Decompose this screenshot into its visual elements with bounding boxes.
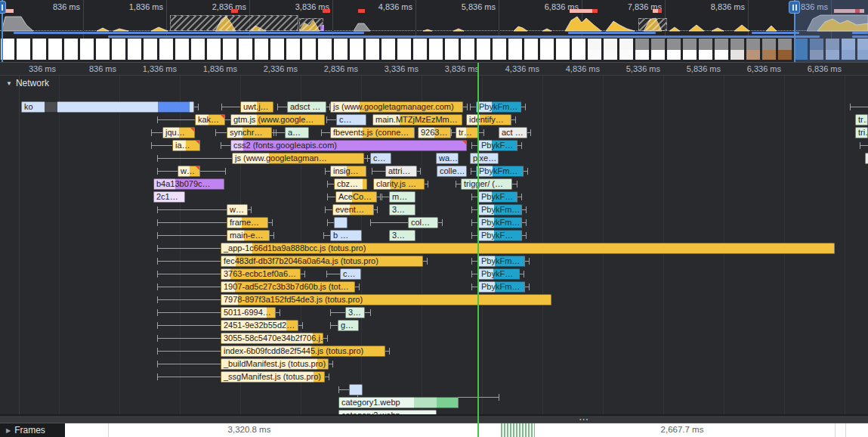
network-request-bar[interactable]: main.MTZjMzEzMm… xyxy=(372,114,462,126)
filmstrip-frame[interactable] xyxy=(477,39,490,60)
filmstrip-frame[interactable] xyxy=(461,39,474,60)
filmstrip-frame[interactable] xyxy=(699,39,712,60)
network-request-bar[interactable]: m… xyxy=(389,191,415,203)
filmstrip-frame[interactable] xyxy=(366,39,379,60)
network-request-bar[interactable]: 3… xyxy=(345,307,365,318)
frames-strip[interactable] xyxy=(65,423,868,437)
filmstrip-frame[interactable] xyxy=(508,39,522,60)
network-request-bar[interactable]: fec483df-db3f7b2046a0a64a.js (totus.pro) xyxy=(221,256,423,267)
network-request-bar[interactable]: 5011-6994… xyxy=(221,307,276,318)
filmstrip-frame[interactable] xyxy=(731,39,744,60)
network-request-bar[interactable]: PbykF… xyxy=(478,140,517,151)
filmstrip-frame[interactable] xyxy=(635,39,649,60)
network-request-bar[interactable]: category1.webp xyxy=(338,397,459,408)
network-request-bar[interactable]: act … xyxy=(499,127,527,138)
filmstrip-frame[interactable] xyxy=(175,39,189,60)
network-section-header[interactable]: ▼Network xyxy=(6,78,49,88)
network-request-bar[interactable]: tr… xyxy=(855,114,868,126)
network-request-bar[interactable]: index-6b09fcdd8e2f5445.js (totus.pro) xyxy=(221,346,385,357)
filmstrip-frame[interactable] xyxy=(381,39,395,60)
filmstrip-frame[interactable] xyxy=(32,39,46,60)
filmstrip-frame[interactable] xyxy=(191,39,205,60)
overview-selection-grip-right[interactable] xyxy=(789,1,800,14)
network-request-bar[interactable]: colle… xyxy=(437,166,467,177)
network-request-bar[interactable]: ia… xyxy=(172,140,200,151)
filmstrip-frame[interactable] xyxy=(159,39,173,60)
frames-section-header[interactable]: ▶Frames xyxy=(6,425,45,435)
filmstrip-frame[interactable] xyxy=(96,39,110,60)
network-request-bar[interactable] xyxy=(349,384,363,395)
network-request-bar[interactable]: trigger/ (… xyxy=(461,178,512,190)
network-request-bar[interactable]: c… xyxy=(336,114,366,126)
filmstrip-frame[interactable] xyxy=(651,39,665,60)
network-request-bar[interactable]: col… xyxy=(408,217,438,228)
network-request-bar[interactable]: PbykFm… xyxy=(476,166,524,177)
network-request-bar[interactable]: js (www.googletagman… xyxy=(232,153,364,164)
network-request-bar[interactable]: PbykFm… xyxy=(478,281,525,293)
filmstrip-frame[interactable] xyxy=(493,39,506,60)
network-request-bar[interactable]: uwt.j… xyxy=(240,101,273,113)
filmstrip-frame[interactable] xyxy=(429,39,443,60)
network-request-bar[interactable]: a… xyxy=(285,127,309,138)
network-request-bar[interactable]: 9263… xyxy=(418,127,451,138)
filmstrip-frame[interactable] xyxy=(556,39,570,60)
network-request-bar[interactable]: wa… xyxy=(436,153,459,164)
filmstrip-frame[interactable] xyxy=(286,39,300,60)
filmstrip-frame[interactable] xyxy=(48,39,62,60)
network-request-bar[interactable]: identify… xyxy=(466,114,511,126)
filmstrip-frame[interactable] xyxy=(540,39,554,60)
network-request-bar[interactable]: PbykFm… xyxy=(478,204,522,215)
network-request-bar[interactable]: gtm.js (www.google… xyxy=(230,114,325,126)
network-request-bar[interactable]: tr… xyxy=(456,127,479,138)
filmstrip-frame[interactable] xyxy=(524,39,538,60)
filmstrip-frame[interactable] xyxy=(762,39,776,60)
network-request-bar[interactable]: PbykF… xyxy=(478,230,522,241)
network-request-bar[interactable]: g… xyxy=(338,320,359,331)
network-request-bar[interactable]: b4a13b079c… xyxy=(153,178,224,190)
filmstrip-frame[interactable] xyxy=(318,39,332,60)
filmstrip-frame[interactable] xyxy=(350,39,363,60)
filmstrip-frame[interactable] xyxy=(445,39,459,60)
network-request-bar[interactable]: w… xyxy=(227,204,248,215)
network-request-bar[interactable]: attri… xyxy=(385,166,417,177)
filmstrip-frame[interactable] xyxy=(572,39,585,60)
filmstrip-frame[interactable] xyxy=(604,39,617,60)
network-request-bar[interactable]: 3055-58c5470e34b2f706.j… xyxy=(221,333,323,344)
filmstrip-frame[interactable] xyxy=(667,39,681,60)
network-request-bar[interactable]: synchr… xyxy=(227,127,272,138)
network-request-bar[interactable]: PbykFm… xyxy=(478,256,525,267)
network-request-bar[interactable] xyxy=(334,217,348,228)
pane-divider[interactable]: ⋯ xyxy=(0,414,868,423)
network-request-bar[interactable]: c… xyxy=(340,268,361,280)
filmstrip-frame[interactable] xyxy=(239,39,252,60)
filmstrip-frame[interactable] xyxy=(746,39,760,60)
network-request-bar[interactable]: js (www.googletagmanager.com) xyxy=(330,101,463,113)
filmstrip-frame[interactable] xyxy=(715,39,728,60)
network-request-bar[interactable]: jqu… xyxy=(162,127,195,138)
network-request-bar[interactable]: 2451-9e32b55d2… xyxy=(221,320,298,331)
network-request-bar[interactable]: 2c1… xyxy=(153,191,185,203)
network-request-bar[interactable]: 3… xyxy=(389,230,415,241)
network-request-bar[interactable]: tri… xyxy=(855,127,868,138)
network-request-bar[interactable]: AceCo… xyxy=(335,191,377,203)
filmstrip-frame[interactable] xyxy=(588,39,601,60)
filmstrip-frame[interactable] xyxy=(778,39,792,60)
network-request-bar[interactable]: pixe… xyxy=(470,153,499,164)
network-request-bar[interactable]: 3… xyxy=(389,204,415,215)
filmstrip-frame[interactable] xyxy=(619,39,633,60)
network-request-bar[interactable]: kak… xyxy=(195,114,225,126)
filmstrip-frame[interactable] xyxy=(397,39,411,60)
network-request-bar[interactable]: PbykF… xyxy=(478,268,520,280)
network-request-bar[interactable]: ko xyxy=(21,101,194,113)
network-request-bar[interactable]: adsct … xyxy=(287,101,326,113)
network-request-bar[interactable]: PbykFm… xyxy=(476,101,521,113)
network-request-bar[interactable]: 7978-897f3a152fd54de3.js (totus.pro) xyxy=(221,294,551,305)
network-request-bar[interactable]: frame… xyxy=(227,217,268,228)
network-request-bar[interactable]: main-e… xyxy=(227,230,270,241)
network-request-bar[interactable]: clarity.js … xyxy=(373,178,425,190)
network-request-bar[interactable]: PbykF… xyxy=(478,191,517,203)
filmstrip-frame[interactable] xyxy=(128,39,141,60)
network-request-bar[interactable]: _app-1c66d1ba9a888bcc.js (totus.pro) xyxy=(221,243,835,254)
filmstrip-frame[interactable] xyxy=(207,39,221,60)
filmstrip-frame[interactable] xyxy=(270,39,284,60)
